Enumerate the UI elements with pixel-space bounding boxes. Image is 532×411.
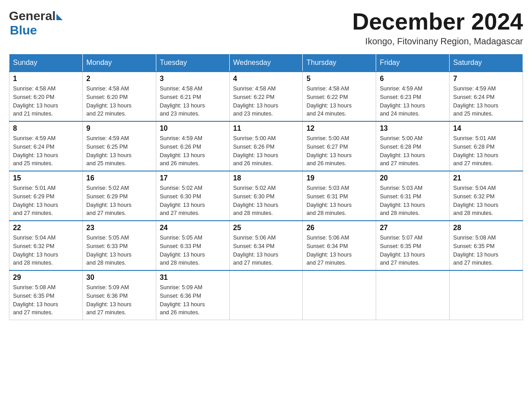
- day-number: 30: [86, 274, 152, 282]
- calendar-cell: 15Sunrise: 5:01 AMSunset: 6:29 PMDayligh…: [9, 171, 83, 221]
- calendar-cell: 4Sunrise: 4:58 AMSunset: 6:22 PMDaylight…: [229, 72, 303, 121]
- day-number: 27: [380, 224, 446, 232]
- day-number: 8: [13, 124, 79, 133]
- page-header: General Blue December 2024 Ikongo, Fitov…: [9, 9, 523, 47]
- day-number: 19: [306, 174, 372, 182]
- day-info: Sunrise: 5:09 AMSunset: 6:36 PMDaylight:…: [160, 283, 226, 317]
- weekday-header-row: SundayMondayTuesdayWednesdayThursdayFrid…: [9, 54, 523, 72]
- day-info: Sunrise: 4:58 AMSunset: 6:22 PMDaylight:…: [306, 85, 372, 118]
- logo-general: General: [9, 9, 56, 23]
- calendar-cell: 3Sunrise: 4:58 AMSunset: 6:21 PMDaylight…: [156, 72, 229, 121]
- day-info: Sunrise: 4:58 AMSunset: 6:20 PMDaylight:…: [13, 85, 79, 118]
- weekday-header-sunday: Sunday: [9, 54, 83, 72]
- calendar-cell: 25Sunrise: 5:06 AMSunset: 6:34 PMDayligh…: [229, 221, 303, 270]
- day-number: 15: [13, 174, 79, 182]
- calendar-cell: 23Sunrise: 5:05 AMSunset: 6:33 PMDayligh…: [82, 221, 156, 270]
- day-info: Sunrise: 4:58 AMSunset: 6:21 PMDaylight:…: [160, 85, 226, 118]
- calendar-cell: 24Sunrise: 5:05 AMSunset: 6:33 PMDayligh…: [156, 221, 229, 270]
- day-info: Sunrise: 5:06 AMSunset: 6:34 PMDaylight:…: [233, 234, 299, 267]
- day-number: 5: [306, 75, 372, 83]
- calendar-cell: 10Sunrise: 4:59 AMSunset: 6:26 PMDayligh…: [156, 121, 229, 171]
- day-info: Sunrise: 5:05 AMSunset: 6:33 PMDaylight:…: [86, 234, 152, 267]
- calendar-cell: 6Sunrise: 4:59 AMSunset: 6:23 PMDaylight…: [376, 72, 450, 121]
- day-number: 17: [160, 174, 226, 182]
- calendar-cell: 9Sunrise: 4:59 AMSunset: 6:25 PMDaylight…: [82, 121, 156, 171]
- day-info: Sunrise: 5:04 AMSunset: 6:32 PMDaylight:…: [13, 234, 79, 267]
- day-info: Sunrise: 5:01 AMSunset: 6:28 PMDaylight:…: [453, 134, 519, 168]
- weekday-header-thursday: Thursday: [303, 54, 376, 72]
- calendar-week-4: 22Sunrise: 5:04 AMSunset: 6:32 PMDayligh…: [9, 221, 523, 270]
- day-info: Sunrise: 4:58 AMSunset: 6:20 PMDaylight:…: [86, 85, 152, 118]
- day-info: Sunrise: 5:00 AMSunset: 6:26 PMDaylight:…: [233, 134, 299, 168]
- day-number: 26: [306, 224, 372, 232]
- day-number: 10: [160, 124, 226, 133]
- calendar-cell: 29Sunrise: 5:08 AMSunset: 6:35 PMDayligh…: [9, 270, 83, 320]
- day-number: 6: [380, 75, 446, 83]
- calendar-cell: [303, 270, 376, 320]
- calendar-cell: 2Sunrise: 4:58 AMSunset: 6:20 PMDaylight…: [82, 72, 156, 121]
- day-number: 12: [306, 124, 372, 133]
- day-number: 14: [453, 124, 519, 133]
- calendar-cell: 19Sunrise: 5:03 AMSunset: 6:31 PMDayligh…: [303, 171, 376, 221]
- calendar-cell: 8Sunrise: 4:59 AMSunset: 6:24 PMDaylight…: [9, 121, 83, 171]
- calendar-cell: 28Sunrise: 5:08 AMSunset: 6:35 PMDayligh…: [450, 221, 523, 270]
- page-subtitle: Ikongo, Fitovinany Region, Madagascar: [352, 36, 523, 47]
- day-number: 11: [233, 124, 299, 133]
- calendar-cell: 13Sunrise: 5:00 AMSunset: 6:28 PMDayligh…: [376, 121, 450, 171]
- logo-triangle-icon: [56, 14, 63, 20]
- calendar-week-3: 15Sunrise: 5:01 AMSunset: 6:29 PMDayligh…: [9, 171, 523, 221]
- calendar-cell: 5Sunrise: 4:58 AMSunset: 6:22 PMDaylight…: [303, 72, 376, 121]
- day-number: 29: [13, 274, 79, 282]
- weekday-header-friday: Friday: [376, 54, 450, 72]
- calendar-cell: 1Sunrise: 4:58 AMSunset: 6:20 PMDaylight…: [9, 72, 83, 121]
- calendar-week-1: 1Sunrise: 4:58 AMSunset: 6:20 PMDaylight…: [9, 72, 523, 121]
- calendar-week-2: 8Sunrise: 4:59 AMSunset: 6:24 PMDaylight…: [9, 121, 523, 171]
- day-number: 21: [453, 174, 519, 182]
- day-info: Sunrise: 5:02 AMSunset: 6:30 PMDaylight:…: [160, 184, 226, 218]
- day-info: Sunrise: 5:00 AMSunset: 6:28 PMDaylight:…: [380, 134, 446, 168]
- calendar-cell: 22Sunrise: 5:04 AMSunset: 6:32 PMDayligh…: [9, 221, 83, 270]
- day-info: Sunrise: 5:08 AMSunset: 6:35 PMDaylight:…: [13, 283, 79, 317]
- calendar-cell: 18Sunrise: 5:02 AMSunset: 6:30 PMDayligh…: [229, 171, 303, 221]
- day-number: 23: [86, 224, 152, 232]
- day-info: Sunrise: 4:59 AMSunset: 6:26 PMDaylight:…: [160, 134, 226, 168]
- day-number: 28: [453, 224, 519, 232]
- day-info: Sunrise: 5:04 AMSunset: 6:32 PMDaylight:…: [453, 184, 519, 218]
- day-number: 16: [86, 174, 152, 182]
- calendar-cell: [376, 270, 450, 320]
- day-info: Sunrise: 5:05 AMSunset: 6:33 PMDaylight:…: [160, 234, 226, 267]
- page-title: December 2024: [352, 9, 523, 34]
- calendar-cell: 30Sunrise: 5:09 AMSunset: 6:36 PMDayligh…: [82, 270, 156, 320]
- calendar-cell: 11Sunrise: 5:00 AMSunset: 6:26 PMDayligh…: [229, 121, 303, 171]
- calendar-week-5: 29Sunrise: 5:08 AMSunset: 6:35 PMDayligh…: [9, 270, 523, 320]
- day-number: 9: [86, 124, 152, 133]
- day-number: 31: [160, 274, 226, 282]
- calendar-table: SundayMondayTuesdayWednesdayThursdayFrid…: [9, 54, 523, 320]
- day-number: 22: [13, 224, 79, 232]
- day-info: Sunrise: 5:03 AMSunset: 6:31 PMDaylight:…: [380, 184, 446, 218]
- day-number: 24: [160, 224, 226, 232]
- day-info: Sunrise: 4:58 AMSunset: 6:22 PMDaylight:…: [233, 85, 299, 118]
- logo: General Blue: [9, 9, 63, 38]
- day-info: Sunrise: 4:59 AMSunset: 6:24 PMDaylight:…: [13, 134, 79, 168]
- weekday-header-wednesday: Wednesday: [229, 54, 303, 72]
- calendar-cell: 7Sunrise: 4:59 AMSunset: 6:24 PMDaylight…: [450, 72, 523, 121]
- day-info: Sunrise: 5:02 AMSunset: 6:29 PMDaylight:…: [86, 184, 152, 218]
- day-info: Sunrise: 5:06 AMSunset: 6:34 PMDaylight:…: [306, 234, 372, 267]
- day-info: Sunrise: 5:08 AMSunset: 6:35 PMDaylight:…: [453, 234, 519, 267]
- calendar-cell: 16Sunrise: 5:02 AMSunset: 6:29 PMDayligh…: [82, 171, 156, 221]
- day-info: Sunrise: 4:59 AMSunset: 6:23 PMDaylight:…: [380, 85, 446, 118]
- day-number: 20: [380, 174, 446, 182]
- day-number: 1: [13, 75, 79, 83]
- day-number: 7: [453, 75, 519, 83]
- day-number: 18: [233, 174, 299, 182]
- weekday-header-saturday: Saturday: [450, 54, 523, 72]
- day-number: 4: [233, 75, 299, 83]
- calendar-cell: 17Sunrise: 5:02 AMSunset: 6:30 PMDayligh…: [156, 171, 229, 221]
- day-info: Sunrise: 4:59 AMSunset: 6:25 PMDaylight:…: [86, 134, 152, 168]
- day-info: Sunrise: 5:07 AMSunset: 6:35 PMDaylight:…: [380, 234, 446, 267]
- day-info: Sunrise: 5:00 AMSunset: 6:27 PMDaylight:…: [306, 134, 372, 168]
- weekday-header-tuesday: Tuesday: [156, 54, 229, 72]
- logo-blue: Blue: [10, 23, 37, 37]
- day-number: 25: [233, 224, 299, 232]
